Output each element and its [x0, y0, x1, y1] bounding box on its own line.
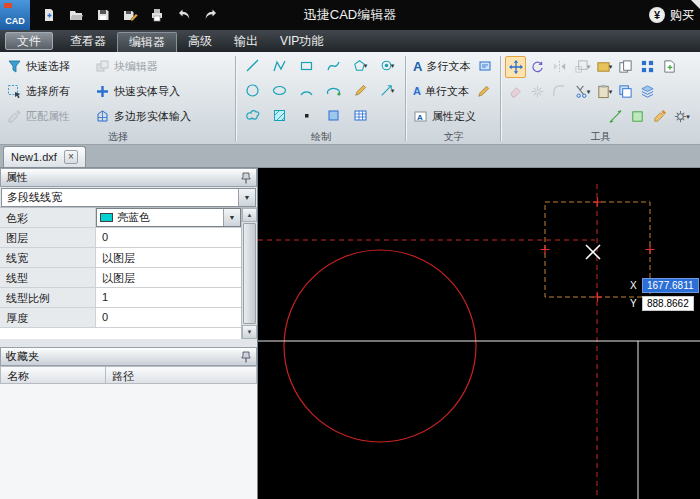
- quick-entity-import-button[interactable]: 快速实体导入: [92, 82, 232, 101]
- pin-icon[interactable]: [241, 172, 251, 184]
- color-dropdown[interactable]: 亮蓝色 ▼: [96, 208, 241, 227]
- polygon-button[interactable]: ▾: [348, 54, 372, 77]
- color-value: 亮蓝色: [117, 210, 150, 225]
- region-button[interactable]: [321, 104, 345, 127]
- chevron-down-icon[interactable]: ▼: [223, 209, 240, 226]
- property-row-linetype-scale[interactable]: 线型比例 1: [0, 288, 241, 308]
- ray-button[interactable]: ▾: [375, 79, 399, 102]
- move-button[interactable]: [505, 56, 526, 78]
- scroll-up-icon[interactable]: ▲: [242, 208, 257, 222]
- quick-entity-import-icon: [95, 84, 110, 99]
- point-button[interactable]: [294, 104, 318, 127]
- elliptical-arc-button[interactable]: [321, 79, 345, 102]
- open-file-button[interactable]: [67, 6, 85, 24]
- settings-button[interactable]: ▾: [671, 106, 692, 128]
- favorites-column-path[interactable]: 路径: [106, 366, 257, 384]
- copy-icon: [618, 59, 633, 74]
- spline-icon: [326, 58, 341, 73]
- mirror-button[interactable]: [549, 56, 570, 78]
- entity-type-dropdown[interactable]: 多段线线宽 ▼: [1, 188, 256, 207]
- point-icon: [299, 108, 314, 123]
- fillet-button[interactable]: [549, 81, 570, 103]
- paste-button[interactable]: ▾: [593, 81, 614, 103]
- properties-scrollbar[interactable]: ▲ ▼: [241, 208, 257, 339]
- corner-arrow-icon[interactable]: [691, 0, 700, 9]
- match-properties-button[interactable]: 匹配属性: [4, 107, 92, 126]
- ellipse-button[interactable]: [267, 79, 291, 102]
- menu-viewer[interactable]: 查看器: [59, 30, 117, 52]
- region-icon: [326, 108, 341, 123]
- titlebar-right: ¥ 购买: [649, 0, 694, 30]
- group-button[interactable]: [615, 81, 636, 103]
- redo-button[interactable]: [202, 6, 220, 24]
- polyline-button[interactable]: [267, 54, 291, 77]
- construction-line-button[interactable]: [348, 79, 372, 102]
- property-row-lineweight[interactable]: 线宽 以图层: [0, 248, 241, 268]
- svg-text:A: A: [417, 113, 423, 122]
- erase-button[interactable]: [505, 81, 526, 103]
- trim-button[interactable]: ▾: [571, 81, 592, 103]
- y-coordinate-input[interactable]: 888.8662: [642, 296, 694, 311]
- arc-button[interactable]: [294, 79, 318, 102]
- app-logo-icon[interactable]: CAD: [0, 0, 30, 30]
- copy-button[interactable]: [615, 56, 636, 78]
- buy-button[interactable]: 购买: [670, 7, 694, 24]
- layers-button[interactable]: [637, 81, 658, 103]
- property-value: 以图层: [96, 248, 241, 267]
- print-button[interactable]: [148, 6, 166, 24]
- array-button[interactable]: [637, 56, 658, 78]
- x-coordinate-input[interactable]: 1677.6811: [642, 278, 699, 293]
- new-block-button[interactable]: [659, 56, 680, 78]
- erase-icon: [508, 84, 523, 99]
- spline-button[interactable]: [321, 54, 345, 77]
- attribute-define-button[interactable]: A 属性定义: [410, 107, 479, 126]
- menu-file[interactable]: 文件: [5, 32, 53, 50]
- multiline-text-button[interactable]: A 多行文本: [410, 57, 473, 76]
- line-button[interactable]: [240, 54, 264, 77]
- undo-button[interactable]: [175, 6, 193, 24]
- measure-area-button[interactable]: [627, 106, 648, 128]
- chevron-down-icon[interactable]: ▼: [238, 189, 255, 206]
- hatch-button[interactable]: [267, 104, 291, 127]
- menu-output[interactable]: 输出: [223, 30, 269, 52]
- insert-block-button[interactable]: ▾: [593, 56, 614, 78]
- table-button[interactable]: [348, 104, 372, 127]
- property-row-layer[interactable]: 图层 0: [0, 228, 241, 248]
- measure-distance-button[interactable]: [605, 106, 626, 128]
- tab-close-icon[interactable]: ×: [64, 150, 78, 164]
- singleline-text-button[interactable]: A 单行文本: [410, 82, 472, 101]
- circle-button[interactable]: [240, 79, 264, 102]
- property-row-thickness[interactable]: 厚度 0: [0, 308, 241, 328]
- menu-editor[interactable]: 编辑器: [117, 32, 177, 52]
- block-editor-icon: [95, 59, 110, 74]
- revision-cloud-button[interactable]: [240, 104, 264, 127]
- explode-button[interactable]: [527, 81, 548, 103]
- rectangle-button[interactable]: [294, 54, 318, 77]
- scrollbar-thumb[interactable]: [243, 223, 256, 324]
- singleline-text-icon: A: [413, 85, 421, 98]
- save-button[interactable]: [94, 6, 112, 24]
- cleanup-button[interactable]: [649, 106, 670, 128]
- circle-entity[interactable]: [284, 250, 476, 442]
- polygon-entity-input-button[interactable]: 多边形实体输入: [92, 107, 232, 126]
- menu-vip[interactable]: VIP功能: [269, 30, 334, 52]
- donut-button[interactable]: ▾: [375, 54, 399, 77]
- block-editor-button[interactable]: 块编辑器: [92, 57, 232, 76]
- quick-select-button[interactable]: 快速选择: [4, 57, 92, 76]
- property-row-linetype[interactable]: 线型 以图层: [0, 268, 241, 288]
- drawing-canvas[interactable]: X 1677.6811 Y 888.8662: [258, 168, 700, 499]
- rotate-button[interactable]: [527, 56, 548, 78]
- scale-button[interactable]: ▾: [571, 56, 592, 78]
- new-file-button[interactable]: [40, 6, 58, 24]
- text-annotation-button[interactable]: [473, 55, 497, 78]
- favorites-list[interactable]: [0, 384, 257, 499]
- scroll-down-icon[interactable]: ▼: [242, 325, 257, 339]
- menu-advanced[interactable]: 高级: [177, 30, 223, 52]
- quick-select-label: 快速选择: [26, 59, 70, 74]
- document-tab[interactable]: New1.dxf ×: [3, 146, 86, 167]
- save-as-button[interactable]: [121, 6, 139, 24]
- favorites-column-name[interactable]: 名称: [0, 366, 106, 384]
- edit-text-button[interactable]: [472, 80, 496, 103]
- select-all-button[interactable]: 选择所有: [4, 82, 92, 101]
- pin-icon[interactable]: [241, 351, 251, 363]
